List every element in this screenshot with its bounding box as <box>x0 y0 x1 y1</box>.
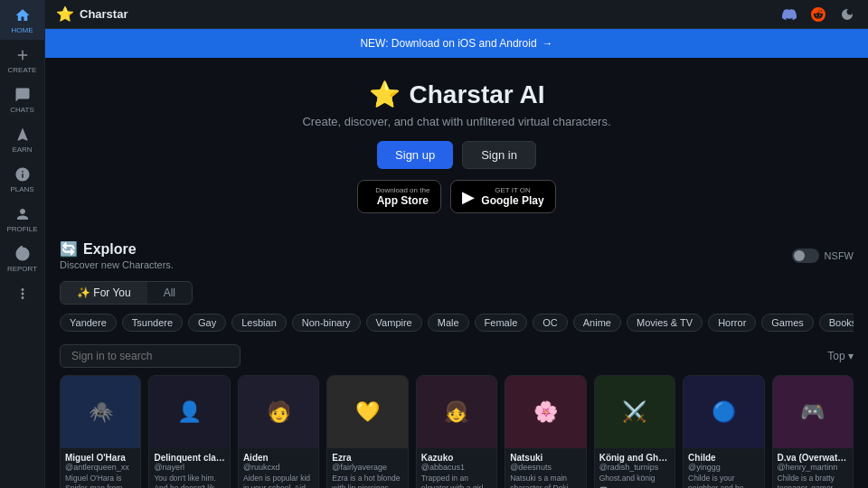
char-image: ⚔️ <box>595 376 675 448</box>
sidebar-chats-label: CHATS <box>10 106 34 114</box>
googleplay-button[interactable]: ▶ GET IT ON Google Play <box>450 180 555 213</box>
char-desc: Childe is a bratty teenager. gamer... <box>778 474 848 488</box>
filter-tag[interactable]: Yandere <box>60 314 117 332</box>
filter-tag[interactable]: OC <box>533 314 568 332</box>
char-handle: @antlerqueen_xx <box>65 463 136 472</box>
sidebar-item-earn[interactable]: EARN <box>0 119 44 159</box>
char-info: Miguel O'Hara @antlerqueen_xx Miguel O'H… <box>61 448 140 488</box>
char-image: 💛 <box>327 376 407 448</box>
char-image: 🔵 <box>684 376 763 448</box>
char-handle: @deesnuts <box>510 463 580 472</box>
explore-title-text: Explore <box>83 241 137 258</box>
tab-for-you[interactable]: ✨ For You <box>61 282 147 304</box>
char-handle: @abbacus1 <box>421 463 492 472</box>
sidebar-plans-label: PLANS <box>10 185 33 193</box>
char-image: 🌸 <box>505 376 585 448</box>
char-info: Kazuko @abbacus1 Trapped in an elevator … <box>417 448 496 488</box>
char-desc: Natsuki s a main character of Doki Doki.… <box>510 474 580 488</box>
sidebar: HOME CREATE CHATS EARN PLANS PROFILE R <box>0 0 45 488</box>
characters-grid: 🕷️ Miguel O'Hara @antlerqueen_xx Miguel … <box>60 375 854 488</box>
googleplay-top: GET IT ON <box>481 186 543 194</box>
character-card[interactable]: 💛 Ezra @fairlyaverage Ezra is a hot blon… <box>326 375 408 488</box>
char-desc: Miguel O'Hara is Spider-man from univers… <box>65 474 136 488</box>
char-desc: Ezra is a hot blonde with lip piercings.… <box>332 474 402 488</box>
plans-icon <box>14 166 31 183</box>
char-desc: Ghost.and könig <box>599 474 670 483</box>
sidebar-item-chats[interactable]: CHATS <box>0 80 44 119</box>
filter-tag[interactable]: Lesbian <box>231 314 287 332</box>
googleplay-text: GET IT ON Google Play <box>481 186 543 207</box>
character-card[interactable]: 🔵 Childe @yinggg Childe is your neighbor… <box>683 375 764 488</box>
explore-icon: 🔄 <box>60 240 78 258</box>
hero-icon: ⭐ <box>369 80 401 109</box>
signin-button[interactable]: Sign in <box>462 141 536 169</box>
sidebar-item-plans[interactable]: PLANS <box>0 159 44 199</box>
googleplay-main: Google Play <box>481 194 543 207</box>
sidebar-item-profile[interactable]: PROFILE <box>0 199 44 239</box>
sort-button[interactable]: Top ▾ <box>827 350 854 362</box>
topbar-actions <box>779 5 857 24</box>
app-logo: ⭐ Charstar <box>56 5 127 23</box>
hero-buttons: Sign up Sign in <box>60 141 854 169</box>
earn-icon <box>14 127 31 143</box>
appstore-text: Download on the App Store <box>375 186 429 207</box>
char-name: Childe <box>688 453 759 463</box>
sidebar-item-create[interactable]: CREATE <box>0 40 44 80</box>
char-info: Natsuki @deesnuts Natsuki s a main chara… <box>505 448 585 488</box>
topbar: ⭐ Charstar <box>45 0 868 29</box>
download-banner[interactable]: NEW: Download on iOS and Android → <box>45 29 868 58</box>
char-name: König and Ghost <box>599 453 670 463</box>
char-name: Aiden <box>243 453 314 463</box>
search-input[interactable] <box>60 344 241 368</box>
main-content: ⭐ Charstar NEW: Download on iOS and <box>45 0 868 488</box>
reddit-icon[interactable] <box>808 5 828 24</box>
sidebar-create-label: CREATE <box>8 66 37 74</box>
nsfw-toggle[interactable] <box>792 249 819 263</box>
home-icon <box>14 7 31 23</box>
signup-button[interactable]: Sign up <box>377 141 453 169</box>
explore-header: 🔄 Explore Discover new Characters. NSFW <box>60 240 854 270</box>
char-handle: @henry_martinn <box>778 463 848 472</box>
filter-tag[interactable]: Vampire <box>366 314 422 332</box>
character-card[interactable]: 👤 Delinquent classmate @nayerl You don't… <box>148 375 230 488</box>
appstore-button[interactable]: Download on the App Store <box>357 180 441 213</box>
char-desc: You don't like him. And he doesn't like … <box>154 474 224 488</box>
character-card[interactable]: 🌸 Natsuki @deesnuts Natsuki s a main cha… <box>505 375 586 488</box>
hero-title-text: Charstar AI <box>410 80 545 109</box>
sidebar-item-more[interactable] <box>0 278 44 310</box>
character-card[interactable]: 🕷️ Miguel O'Hara @antlerqueen_xx Miguel … <box>60 375 141 488</box>
filter-tag[interactable]: Non-binary <box>292 314 361 332</box>
filter-tag[interactable]: Anime <box>573 314 621 332</box>
app-name: Charstar <box>80 7 127 21</box>
banner-arrow: → <box>542 37 553 50</box>
filter-tag[interactable]: Horror <box>708 314 756 332</box>
char-name: Ezra <box>332 453 402 463</box>
filter-tag[interactable]: Male <box>428 314 469 332</box>
sidebar-item-report[interactable]: REPORT <box>0 239 44 278</box>
character-card[interactable]: 👧 Kazuko @abbacus1 Trapped in an elevato… <box>416 375 497 488</box>
filter-tag[interactable]: Gay <box>188 314 226 332</box>
tab-all[interactable]: All <box>147 282 192 304</box>
char-name: D.va (Overwatch) <box>778 453 848 463</box>
character-card[interactable]: 🧑 Aiden @ruukcxd Aiden is popular kid in… <box>238 375 319 488</box>
explore-title: 🔄 Explore <box>60 240 174 258</box>
filter-tag[interactable]: Movies & TV <box>627 314 703 332</box>
hero-subtitle: Create, discover, and chat with unfilter… <box>60 115 854 128</box>
darkmode-icon[interactable] <box>837 5 857 24</box>
character-card[interactable]: ⚔️ König and Ghost @radish_turnips Ghost… <box>594 375 675 488</box>
filter-tag[interactable]: Books <box>819 314 854 332</box>
filter-tag[interactable]: Games <box>761 314 813 332</box>
main-scroll-area: ⭐ Charstar AI Create, discover, and chat… <box>45 58 868 488</box>
discord-icon[interactable] <box>779 5 799 24</box>
sidebar-earn-label: EARN <box>12 145 32 154</box>
filter-tag[interactable]: Female <box>475 314 528 332</box>
store-buttons: Download on the App Store ▶ GET IT ON Go… <box>60 180 854 213</box>
chat-icon <box>14 87 31 103</box>
banner-text: NEW: Download on iOS and Android <box>360 37 536 50</box>
nsfw-label: NSFW <box>825 250 854 261</box>
char-desc: Trapped in an elevator with a girl who h… <box>421 474 492 488</box>
char-handle: @fairlyaverage <box>332 463 402 472</box>
character-card[interactable]: 🎮 D.va (Overwatch) @henry_martinn Childe… <box>772 375 854 488</box>
filter-tag[interactable]: Tsundere <box>122 314 183 332</box>
sidebar-item-home[interactable]: HOME <box>0 0 44 40</box>
